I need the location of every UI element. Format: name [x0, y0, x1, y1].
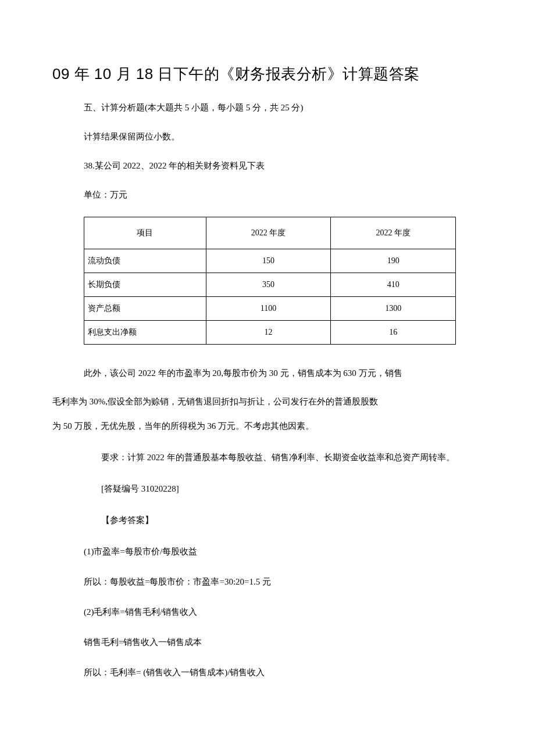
table-header-item: 2022 年度: [331, 217, 456, 249]
section-heading: 五、计算分析题(本大题共 5 小题，每小题 5 分，共 25 分): [52, 101, 483, 114]
row-value: 16: [331, 321, 456, 345]
requirement-text: 要求：计算 2022 年的普通股基本每股收益、销售净利率、长期资金收益率和总资产…: [52, 450, 483, 464]
row-value: 1300: [331, 297, 456, 321]
table-header-row: 项目 2022 年度 2022 年度: [84, 217, 456, 249]
answer-line: (2)毛利率=销售毛利/销售收入: [52, 605, 483, 619]
answer-line: 所以：每股收益=每股市价：市盈率=30:20=1.5 元: [52, 575, 483, 589]
document-title: 09 年 10 月 18 日下午的《财务报表分析》计算题答案: [52, 64, 483, 84]
table-row: 资产总额 1100 1300: [84, 297, 456, 321]
answer-line: 销售毛利=销售收入一销售成本: [52, 635, 483, 649]
row-value: 350: [206, 273, 331, 297]
row-label: 资产总额: [84, 297, 206, 321]
context-line-1: 此外，该公司 2022 年的市盈率为 20,每股市价为 30 元，销售成本为 6…: [84, 368, 402, 378]
table-header-item: 项目: [84, 217, 206, 249]
table-row: 长期负债 350 410: [84, 273, 456, 297]
answer-line: 所以：毛利率= (销售收入一销售成本)/销售收入: [52, 665, 483, 679]
answer-section: (1)市盈率=每股市价/每股收益 所以：每股收益=每股市价：市盈率=30:20=…: [52, 544, 483, 679]
table-row: 利息支出净额 12 16: [84, 321, 456, 345]
row-value: 12: [206, 321, 331, 345]
answer-line: (1)市盈率=每股市价/每股收益: [52, 544, 483, 558]
row-value: 410: [331, 273, 456, 297]
unit-label: 单位：万元: [52, 188, 483, 202]
table-row: 流动负债 150 190: [84, 249, 456, 273]
context-paragraph-2: 毛利率为 30%,假设全部为赊销，无销售退回折扣与折让，公司发行在外的普通股股数: [52, 390, 483, 413]
row-value: 190: [331, 249, 456, 273]
question-intro: 38.某公司 2022、2022 年的相关财务资料见下表: [52, 159, 483, 173]
page-container: 09 年 10 月 18 日下午的《财务报表分析》计算题答案 五、计算分析题(本…: [0, 0, 535, 756]
row-label: 长期负债: [84, 273, 206, 297]
context-paragraph: 此外，该公司 2022 年的市盈率为 20,每股市价为 30 元，销售成本为 6…: [52, 362, 483, 385]
row-label: 利息支出净额: [84, 321, 206, 345]
context-paragraph-3: 为 50 万股，无优先股，当年的所得税为 36 万元。不考虑其他因素。: [52, 419, 483, 433]
financial-data-table: 项目 2022 年度 2022 年度 流动负债 150 190 长期负债 350…: [84, 217, 456, 345]
row-value: 150: [206, 249, 331, 273]
row-label: 流动负债: [84, 249, 206, 273]
context-line-3: 为 50 万股，无优先股，当年的所得税为 36 万元。不考虑其他因素。: [52, 421, 314, 431]
precision-note: 计算结果保留两位小数。: [52, 130, 483, 144]
row-value: 1100: [206, 297, 331, 321]
answer-label: 【参考答案】: [52, 513, 483, 527]
table-header-item: 2022 年度: [206, 217, 331, 249]
reference-number: [答疑编号 31020228]: [52, 482, 483, 496]
context-line-2: 毛利率为 30%,假设全部为赊销，无销售退回折扣与折让，公司发行在外的普通股股数: [52, 397, 378, 406]
